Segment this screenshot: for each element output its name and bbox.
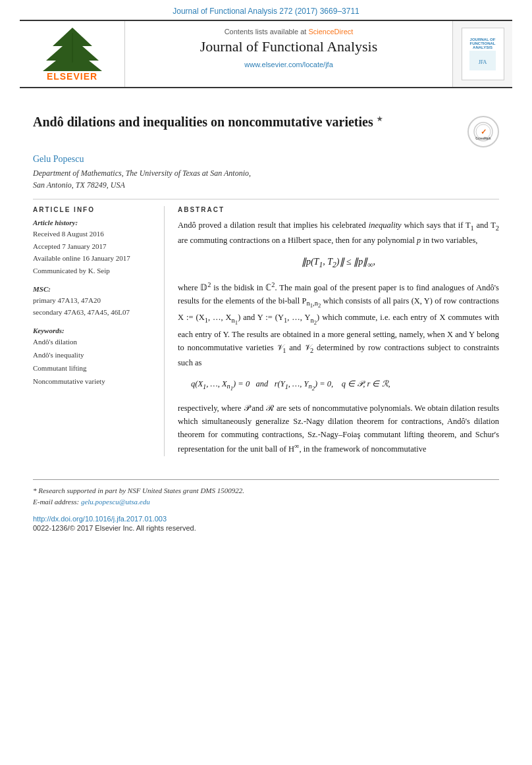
msc-secondary: secondary 47A63, 47A45, 46L07 [33,306,154,319]
elsevier-name-text: ELSEVIER [47,71,97,82]
keywords-label: Keywords: [33,327,154,334]
msc-section: MSC: primary 47A13, 47A20 secondary 47A6… [33,285,154,319]
keyword-2: Andô's inequality [33,349,154,362]
svg-text:JFA: JFA [479,59,487,65]
page: Journal of Functional Analysis 272 (2017… [0,0,532,765]
footnote-email-link[interactable]: gelu.popescu@utsa.edu [81,498,150,506]
inequality-word: inequality [369,221,402,230]
journal-info-center: Contents lists available at ScienceDirec… [125,21,453,87]
author-name: Gelu Popescu [33,154,499,165]
footnote-section: * Research supported in part by NSF Unit… [33,479,499,508]
divider-top [33,199,499,199]
formula-1: ‖p(T1, T2)‖ ≤ ‖p‖∞, [178,255,499,271]
received-date: Received 8 August 2016 [33,228,154,240]
footnote-email-line: E-mail address: gelu.popescu@utsa.edu [33,496,499,508]
abstract-column: ABSTRACT Andô proved a dilation result t… [178,206,499,456]
abstract-text: Andô proved a dilation result that impli… [178,219,499,456]
abstract-heading: ABSTRACT [178,206,499,213]
copyright-text: 0022-1236/© 2017 Elsevier Inc. All right… [33,524,499,532]
msc-label: MSC: [33,285,154,293]
article-info-heading: ARTICLE INFO [33,206,154,213]
main-content: Andô dilations and inequalities on nonco… [0,88,532,469]
two-column-section: ARTICLE INFO Article history: Received 8… [33,206,499,456]
article-info-column: ARTICLE INFO Article history: Received 8… [33,206,165,456]
article-title-row: Andô dilations and inequalities on nonco… [33,113,499,147]
journal-reference: Journal of Functional Analysis 272 (2017… [0,0,532,20]
journal-header: ELSEVIER Contents lists available at Sci… [20,20,512,88]
author-affiliation: Department of Mathematics, The Universit… [33,167,499,191]
available-date: Available online 16 January 2017 [33,252,154,265]
abstract-para1: Andô proved a dilation result that impli… [178,219,499,247]
thumb-logo-icon: JFA [469,51,496,70]
msc-primary: primary 47A13, 47A20 [33,294,154,307]
journal-thumbnail: JOURNAL OFFUNCTIONALANALYSIS JFA [462,28,504,80]
abstract-para3: respectively, where 𝒫 and ℛ are sets of … [178,402,499,456]
doi-link[interactable]: http://dx.doi.org/10.1016/j.jfa.2017.01.… [33,515,167,523]
footnote-text: * Research supported in part by NSF Unit… [33,485,499,497]
journal-ref-text: Journal of Functional Analysis 272 (2017… [173,7,359,16]
affiliation-line1: Department of Mathematics, The Universit… [33,169,251,178]
svg-text:CrossMark: CrossMark [475,137,491,140]
doi-section: http://dx.doi.org/10.1016/j.jfa.2017.01.… [33,514,499,539]
journal-name-header: Journal of Functional Analysis [138,38,439,55]
abstract-para2: where 𝔻2 is the bidisk in ℂ2. The main g… [178,280,499,369]
communicated-by: Communicated by K. Seip [33,265,154,277]
keyword-1: Andô's dilation [33,336,154,349]
journal-url: www.elsevier.com/locate/jfa [138,61,439,68]
elsevier-logo-section: ELSEVIER [20,21,125,87]
star-footnote-icon: ★ [377,115,383,122]
elsevier-tree-icon [40,26,105,71]
contents-avail-text: Contents lists available at ScienceDirec… [138,28,439,36]
elsevier-logo: ELSEVIER [40,26,105,82]
crossmark-icon: ✓ CrossMark [473,121,494,142]
journal-thumbnail-section: JOURNAL OFFUNCTIONALANALYSIS JFA [453,21,512,87]
keyword-section: Keywords: Andô's dilation Andô's inequal… [33,327,154,388]
footnote-email-label: E-mail address: [33,498,79,506]
formula-2: q(X1, …, Xn1) = 0 and r(Y1, …, Yn2) = 0,… [191,377,499,394]
article-title-text: Andô dilations and inequalities on nonco… [33,113,467,130]
affiliation-line2: San Antonio, TX 78249, USA [33,180,125,190]
keyword-3: Commutant lifting [33,362,154,375]
accepted-date: Accepted 7 January 2017 [33,240,154,253]
keyword-4: Noncommutative variety [33,375,154,388]
article-history-label: Article history: [33,219,154,226]
sciencedirect-link[interactable]: ScienceDirect [308,28,353,36]
thumb-title: JOURNAL OFFUNCTIONALANALYSIS [470,38,496,49]
footnote-star-note: * Research supported in part by NSF Unit… [33,487,244,494]
crossmark-badge: ✓ CrossMark [467,116,499,147]
title-main: Andô dilations and inequalities on nonco… [33,115,373,129]
svg-text:✓: ✓ [481,128,487,136]
